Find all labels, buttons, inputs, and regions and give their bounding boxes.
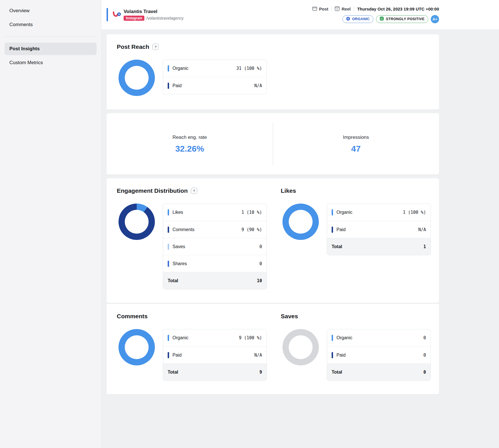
engagement-distribution-title: Engagement Distribution [117, 187, 188, 194]
legend-label: Comments [172, 227, 194, 232]
saves-title: Saves [281, 313, 298, 320]
legend-value: N/A [254, 353, 262, 358]
post-reach-card: Post Reach ? Organic 31 (100 %) [107, 34, 439, 110]
comments-legend: Organic 9 (100 %) Paid N/A Total [163, 329, 267, 381]
post-type-toggle[interactable]: Post [312, 6, 328, 12]
legend-row: Organic 9 (100 %) [163, 329, 267, 346]
legend-total-row: Total 0 [327, 363, 431, 380]
legend-color-bar [332, 352, 333, 358]
organic-badge: ORGANIC [342, 15, 373, 23]
reach-eng-rate-metric: Reach eng. rate 32.26% [107, 135, 273, 154]
legend-value: 0 [423, 353, 426, 358]
legend-color-bar [168, 83, 169, 89]
sentiment-badge-label: STRONGLY POSITIVE [386, 17, 425, 21]
legend-value: 0 [259, 261, 262, 266]
saves-donut-chart [282, 329, 319, 365]
sidebar-item-post-insights[interactable]: Post Insights [5, 43, 97, 55]
legend-total-value: 9 [259, 370, 262, 375]
likes-legend: Organic 1 (100 %) Paid N/A Total [327, 204, 431, 255]
help-icon[interactable]: ? [191, 188, 197, 194]
legend-total-label: Total [168, 278, 178, 283]
legend-row: Paid N/A [163, 346, 267, 363]
legend-total-row: Total 1 [327, 238, 431, 255]
legend-row: Shares 0 [163, 255, 267, 272]
legend-row: Organic 0 [327, 329, 431, 346]
legend-color-bar [168, 65, 169, 72]
legend-total-row: Total 9 [163, 363, 267, 380]
legend-color-bar [168, 261, 169, 267]
legend-value: 1 (100 %) [403, 210, 426, 215]
legend-value: 31 (100 %) [236, 66, 262, 71]
header-meta: Post Reel Thursd [312, 6, 439, 23]
saves-legend: Organic 0 Paid 0 Total [327, 329, 431, 381]
summary-metrics-card: Reach eng. rate 32.26% Impressions 47 [107, 113, 439, 175]
grade-badge: A+ [431, 15, 439, 23]
sidebar: Overview Comments Post Insights Custom M… [0, 0, 101, 448]
metric-value: 47 [351, 144, 361, 154]
legend-value: 9 (90 %) [242, 227, 262, 232]
metric-label: Reach eng. rate [172, 135, 207, 140]
sidebar-item-comments[interactable]: Comments [5, 18, 97, 31]
divider [354, 7, 354, 11]
sidebar-item-custom-metrics[interactable]: Custom Metrics [5, 56, 97, 69]
legend-color-bar [168, 352, 169, 358]
legend-color-bar [168, 244, 169, 250]
legend-row: Saves 0 [163, 238, 267, 255]
metric-label: Impressions [343, 135, 369, 140]
legend-label: Organic [336, 335, 352, 340]
legend-total-label: Total [168, 370, 178, 375]
main-column: Volantis Travel Instagram /volantistrave… [101, 0, 499, 448]
legend-total-label: Total [332, 370, 342, 375]
legend-total-value: 10 [257, 278, 262, 283]
legend-total-value: 1 [423, 244, 426, 249]
legend-value: N/A [418, 227, 426, 232]
post-timestamp: Thursday Oct 26, 2023 19:09 UTC +00:00 [357, 7, 439, 11]
reel-type-toggle[interactable]: Reel [335, 6, 351, 12]
likes-title: Likes [281, 187, 296, 194]
legend-total-value: 0 [423, 370, 426, 375]
reel-icon [335, 6, 340, 12]
post-reach-title: Post Reach [117, 43, 149, 50]
sidebar-item-overview[interactable]: Overview [5, 5, 97, 17]
volantis-logo-icon [113, 11, 121, 18]
legend-label: Paid [336, 353, 346, 358]
post-reach-legend: Organic 31 (100 %) Paid N/A [163, 60, 267, 94]
legend-row: Paid 0 [327, 346, 431, 363]
legend-value: 0 [259, 244, 262, 249]
legend-label: Saves [172, 244, 185, 249]
legend-value: 0 [423, 335, 426, 340]
post-type-label: Post [319, 7, 328, 11]
legend-color-bar [168, 227, 169, 233]
legend-row: Comments 9 (90 %) [163, 221, 267, 238]
legend-total-row: Total 10 [163, 272, 267, 289]
legend-color-bar [332, 209, 333, 215]
legend-row: Likes 1 (10 %) [163, 204, 267, 221]
legend-color-bar [332, 335, 333, 341]
divider [331, 7, 332, 11]
help-icon[interactable]: ? [152, 44, 159, 50]
likes-donut-chart [282, 204, 319, 240]
sentiment-smiley-icon [380, 16, 384, 22]
legend-label: Paid [336, 227, 346, 232]
legend-label: Paid [172, 353, 182, 358]
comments-saves-card: Comments Organic 9 (100 %) [107, 304, 439, 394]
brand-block: Volantis Travel Instagram /volantistrave… [124, 9, 184, 21]
comments-section: Comments Organic 9 (100 %) [117, 313, 281, 381]
legend-label: Paid [172, 83, 182, 88]
legend-label: Organic [172, 335, 188, 340]
network-badge: Instagram [124, 16, 144, 21]
legend-row: Paid N/A [327, 221, 431, 238]
post-icon [312, 6, 317, 12]
engagement-donut-chart [118, 204, 155, 240]
legend-value: 1 (10 %) [242, 210, 262, 215]
impressions-metric: Impressions 47 [273, 135, 439, 154]
legend-color-bar [332, 227, 333, 233]
legend-total-label: Total [332, 244, 342, 249]
sidebar-divider [5, 37, 97, 37]
legend-row: Paid N/A [163, 77, 267, 94]
legend-value: 9 (100 %) [239, 335, 262, 340]
organic-badge-label: ORGANIC [352, 17, 370, 21]
engagement-likes-card: Engagement Distribution ? Likes 1 (10 %) [107, 178, 439, 303]
legend-color-bar [168, 335, 169, 341]
app-root: Overview Comments Post Insights Custom M… [0, 0, 499, 448]
